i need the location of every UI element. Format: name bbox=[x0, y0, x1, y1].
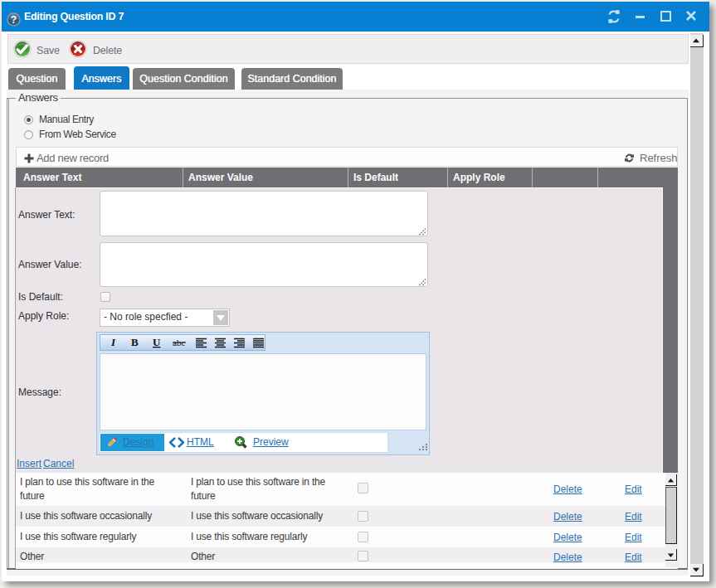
svg-text:U: U bbox=[153, 336, 161, 348]
svg-text:B: B bbox=[131, 336, 139, 348]
svg-text:I: I bbox=[110, 336, 116, 348]
svg-text:?: ? bbox=[11, 14, 17, 26]
